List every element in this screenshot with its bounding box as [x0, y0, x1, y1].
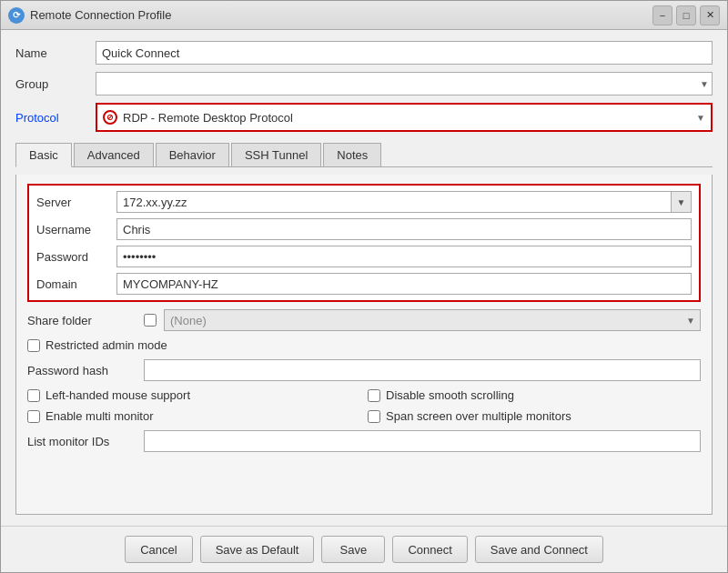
domain-input[interactable] — [116, 273, 692, 295]
domain-label: Domain — [36, 277, 109, 291]
password-hash-input[interactable] — [144, 359, 701, 381]
share-select-wrapper: (None) ▼ — [164, 309, 701, 331]
window-controls: − □ ✕ — [652, 5, 720, 25]
restricted-admin-row: Restricted admin mode — [27, 338, 701, 352]
mouse-options-row: Left-handed mouse support Disable smooth… — [27, 388, 701, 402]
titlebar: ⟳ Remote Connection Profile − □ ✕ — [1, 1, 727, 30]
save-button[interactable]: Save — [321, 536, 385, 563]
credentials-section: Server ▼ Username Password — [27, 184, 701, 302]
protocol-select-wrapper[interactable]: ⊘ RDP - Remote Desktop Protocol ▼ — [96, 103, 713, 132]
password-hash-row: Password hash — [27, 359, 701, 381]
left-handed-checkbox[interactable] — [27, 389, 40, 402]
span-screen-checkbox[interactable] — [368, 410, 380, 423]
close-button[interactable]: ✕ — [700, 5, 720, 25]
name-input[interactable] — [96, 41, 713, 65]
main-window: ⟳ Remote Connection Profile − □ ✕ Name G… — [0, 0, 728, 573]
protocol-label: Protocol — [15, 111, 88, 125]
server-input[interactable] — [116, 191, 672, 213]
disable-smooth-checkbox[interactable] — [368, 389, 380, 402]
server-row: Server ▼ — [36, 191, 692, 213]
left-handed-label: Left-handed mouse support — [46, 388, 190, 402]
restricted-admin-item: Restricted admin mode — [27, 338, 701, 352]
main-content: Name Group ▼ Protocol ⊘ RDP - Remote Des… — [1, 30, 727, 526]
span-screen-label: Span screen over multiple monitors — [386, 409, 571, 423]
save-connect-button[interactable]: Save and Connect — [475, 536, 603, 563]
protocol-icon: ⊘ — [103, 110, 117, 125]
share-folder-select[interactable]: (None) — [164, 309, 701, 331]
username-input[interactable] — [116, 218, 692, 240]
share-folder-row: Share folder (None) ▼ — [27, 309, 701, 331]
titlebar-left: ⟳ Remote Connection Profile — [8, 7, 171, 24]
tab-behavior[interactable]: Behavior — [156, 143, 229, 166]
group-row: Group ▼ — [15, 72, 713, 96]
save-default-button[interactable]: Save as Default — [200, 536, 315, 563]
maximize-button[interactable]: □ — [676, 5, 696, 25]
app-icon: ⟳ — [8, 7, 25, 24]
password-input[interactable] — [116, 246, 692, 267]
tab-notes[interactable]: Notes — [323, 143, 381, 166]
group-select-wrapper: ▼ — [96, 72, 713, 96]
window-title: Remote Connection Profile — [30, 8, 171, 22]
multi-monitor-label: Enable multi monitor — [46, 409, 154, 423]
monitor-options-row: Enable multi monitor Span screen over mu… — [27, 409, 701, 423]
group-input[interactable] — [96, 72, 713, 96]
server-label: Server — [36, 196, 109, 209]
restricted-admin-checkbox[interactable] — [27, 339, 40, 352]
minimize-button[interactable]: − — [652, 5, 672, 25]
tab-basic[interactable]: Basic — [15, 143, 72, 167]
cancel-button[interactable]: Cancel — [125, 536, 192, 563]
disable-smooth-item: Disable smooth scrolling — [368, 388, 701, 402]
list-monitor-label: List monitor IDs — [27, 435, 136, 448]
tab-ssh-tunnel[interactable]: SSH Tunnel — [231, 143, 321, 166]
left-handed-item: Left-handed mouse support — [27, 388, 360, 402]
username-row: Username — [36, 218, 692, 240]
name-row: Name — [15, 41, 713, 65]
tab-advanced[interactable]: Advanced — [74, 143, 154, 166]
tabs-container: Basic Advanced Behavior SSH Tunnel Notes — [15, 143, 713, 167]
name-label: Name — [15, 46, 88, 60]
protocol-row: Protocol ⊘ RDP - Remote Desktop Protocol… — [15, 103, 713, 132]
password-row: Password — [36, 246, 692, 267]
list-monitor-row: List monitor IDs — [27, 430, 701, 452]
multi-monitor-checkbox[interactable] — [27, 410, 40, 423]
list-monitor-input[interactable] — [144, 430, 701, 452]
domain-row: Domain — [36, 273, 692, 295]
button-bar: Cancel Save as Default Save Connect Save… — [1, 526, 727, 572]
share-folder-label: Share folder — [27, 314, 136, 327]
username-label: Username — [36, 223, 109, 236]
group-label: Group — [15, 77, 88, 91]
tab-content-basic: Server ▼ Username Password — [15, 175, 713, 515]
share-folder-checkbox[interactable] — [144, 314, 157, 327]
span-screen-item: Span screen over multiple monitors — [368, 409, 701, 423]
protocol-display[interactable]: ⊘ RDP - Remote Desktop Protocol — [97, 105, 711, 130]
connect-button[interactable]: Connect — [392, 536, 467, 563]
password-hash-label: Password hash — [27, 364, 136, 377]
server-dropdown-button[interactable]: ▼ — [672, 191, 692, 213]
multi-monitor-item: Enable multi monitor — [27, 409, 360, 423]
restricted-admin-label: Restricted admin mode — [46, 338, 167, 352]
server-input-wrapper: ▼ — [116, 191, 692, 213]
protocol-value: RDP - Remote Desktop Protocol — [123, 111, 293, 125]
disable-smooth-label: Disable smooth scrolling — [386, 388, 514, 402]
password-label: Password — [36, 250, 109, 264]
